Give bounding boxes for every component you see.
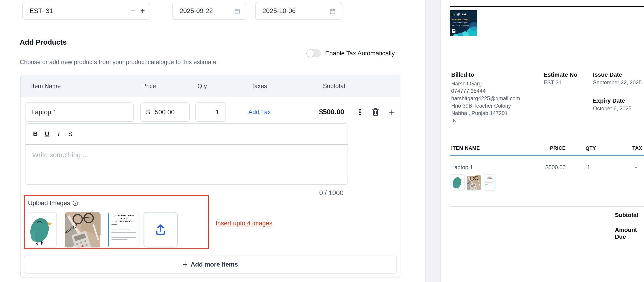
add-products-subtitle: Choose or add new products from your pro… bbox=[20, 59, 216, 66]
bold-button[interactable]: B bbox=[30, 129, 40, 139]
doc-thumb-title: CONSTRUCTION CONTRACT AGREEMENT bbox=[110, 214, 137, 223]
estimate-number-input[interactable] bbox=[23, 7, 128, 15]
plus-icon: + bbox=[183, 260, 188, 269]
col-price: Price bbox=[142, 75, 156, 97]
expiry-date-field[interactable] bbox=[255, 2, 342, 20]
enable-tax-label: Enable Tax Automatically bbox=[325, 49, 395, 57]
toggle-knob bbox=[307, 50, 314, 57]
insert-images-link[interactable]: Insert upto 4 images bbox=[216, 220, 272, 227]
info-icon[interactable] bbox=[72, 200, 78, 206]
preview-thumb-photo bbox=[467, 175, 481, 190]
description-textarea[interactable] bbox=[26, 145, 348, 184]
uploaded-image-contract-doc[interactable]: CONSTRUCTION CONTRACT AGREEMENT bbox=[108, 212, 140, 247]
estimate-no-value: EST-31 bbox=[544, 79, 562, 86]
expiry-date-label: Expiry Date bbox=[593, 97, 625, 104]
issue-date-label: Issue Date bbox=[593, 71, 622, 78]
item-name-field[interactable] bbox=[25, 102, 134, 122]
issue-date-value: September 22, 2025 bbox=[593, 79, 642, 86]
preview-item-price: $500.00 bbox=[536, 164, 566, 171]
col-taxes: Taxes bbox=[251, 75, 267, 97]
col-qty: Qty bbox=[198, 75, 207, 97]
add-more-items-button[interactable]: + Add more items bbox=[24, 255, 397, 273]
logo-role2: (Docs & Contracts) bbox=[452, 25, 469, 27]
italic-button[interactable]: I bbox=[54, 129, 64, 139]
preview-item-tax: - bbox=[635, 164, 637, 171]
estimate-no-label: Estimate No bbox=[544, 71, 577, 78]
estimate-number-decrement-button[interactable]: − bbox=[128, 4, 138, 18]
products-card: Item Name Price Qty Taxes Subtotal $ Add… bbox=[20, 75, 400, 278]
logo-role: Product Manager bbox=[452, 22, 467, 24]
char-counter: 0 / 1000 bbox=[289, 189, 344, 197]
item-name-input[interactable] bbox=[31, 109, 133, 116]
expiry-date-input[interactable] bbox=[256, 7, 342, 15]
billed-address2: Nabha , Punjab 147201 bbox=[451, 109, 520, 117]
items-table-header: Item Name Price Qty Taxes Subtotal bbox=[20, 75, 400, 97]
upload-image-button[interactable] bbox=[144, 212, 178, 247]
add-products-title: Add Products bbox=[20, 38, 67, 46]
strikethrough-button[interactable]: S bbox=[66, 129, 75, 139]
billed-name: Harshit Garg bbox=[451, 80, 520, 87]
add-row-icon[interactable]: + bbox=[386, 107, 397, 117]
underline-button[interactable]: U bbox=[42, 129, 52, 139]
totals-divider-mid bbox=[615, 222, 644, 222]
uploaded-image-bird[interactable] bbox=[27, 212, 57, 247]
qty-field[interactable] bbox=[195, 102, 226, 122]
preview-col-item-name: ITEM NAME bbox=[451, 145, 480, 151]
price-input[interactable] bbox=[150, 109, 189, 116]
billed-phone: 074777 35444 bbox=[451, 87, 520, 95]
estimate-number-field[interactable]: − + bbox=[22, 2, 150, 20]
preview-col-tax: TAX bbox=[632, 145, 642, 151]
preview-item-qty: 1 bbox=[587, 164, 590, 171]
col-item-name: Item Name bbox=[31, 75, 61, 97]
amount-due-label: Amount Due bbox=[615, 226, 644, 240]
totals-divider-top bbox=[450, 206, 644, 207]
uploaded-image-contract-photo[interactable] bbox=[65, 212, 100, 247]
col-subtotal: Subtotal bbox=[323, 75, 345, 97]
logo-person-name: HARSHIT GARG bbox=[452, 18, 468, 21]
currency-prefix: $ bbox=[146, 109, 150, 116]
table-header-rule bbox=[450, 155, 644, 156]
preview-col-qty: QTY bbox=[586, 145, 596, 151]
preview-item-name: Laptop 1 bbox=[451, 164, 473, 171]
highlevel-logo-icon bbox=[452, 13, 454, 16]
billed-country: IN bbox=[451, 117, 520, 124]
company-logo-banner: HighLevel HARSHIT GARG Product Manager (… bbox=[450, 10, 477, 36]
preview-col-price: PRICE bbox=[536, 145, 566, 151]
row-subtotal-value: $500.00 bbox=[300, 102, 344, 122]
billed-to-label: Billed to bbox=[451, 71, 474, 78]
editor-toolbar: B U I S bbox=[30, 129, 75, 139]
calendar-icon[interactable] bbox=[234, 8, 240, 15]
price-field[interactable]: $ bbox=[140, 102, 190, 122]
issue-date-field[interactable] bbox=[172, 2, 246, 20]
subtotal-label: Subtotal bbox=[615, 212, 638, 218]
upload-images-section: Upload Images CONSTRUCTION CONTRACT AGRE… bbox=[24, 195, 209, 249]
brand-name: HighLevel bbox=[454, 13, 467, 16]
preview-thumb-bird bbox=[450, 174, 465, 190]
billed-to-block: Harshit Garg 074777 35444 harshitgarg422… bbox=[451, 80, 520, 124]
add-tax-button[interactable]: Add Tax bbox=[242, 102, 278, 122]
estimate-number-increment-button[interactable]: + bbox=[138, 4, 147, 18]
upload-images-label: Upload Images bbox=[28, 199, 70, 207]
description-editor[interactable]: B U I S bbox=[25, 123, 348, 185]
expiry-date-value: October 6, 2025 bbox=[593, 105, 632, 112]
enable-tax-toggle[interactable] bbox=[306, 49, 321, 57]
preview-thumb-doc: CONSTRUCTION CONTRACT AGREEMENT bbox=[484, 174, 496, 190]
qty-input[interactable] bbox=[196, 109, 225, 116]
panel-divider bbox=[426, 0, 441, 282]
document-top-rule bbox=[450, 6, 644, 7]
calendar-icon[interactable] bbox=[329, 8, 336, 15]
billed-email: harshitgarg4225@gmail.com bbox=[451, 95, 520, 102]
kebab-menu-icon[interactable] bbox=[356, 107, 364, 117]
billed-address1: Hno 39B Teacher Colony bbox=[451, 102, 520, 109]
delete-item-icon[interactable] bbox=[370, 107, 381, 117]
logo-robot-icon bbox=[452, 29, 456, 33]
